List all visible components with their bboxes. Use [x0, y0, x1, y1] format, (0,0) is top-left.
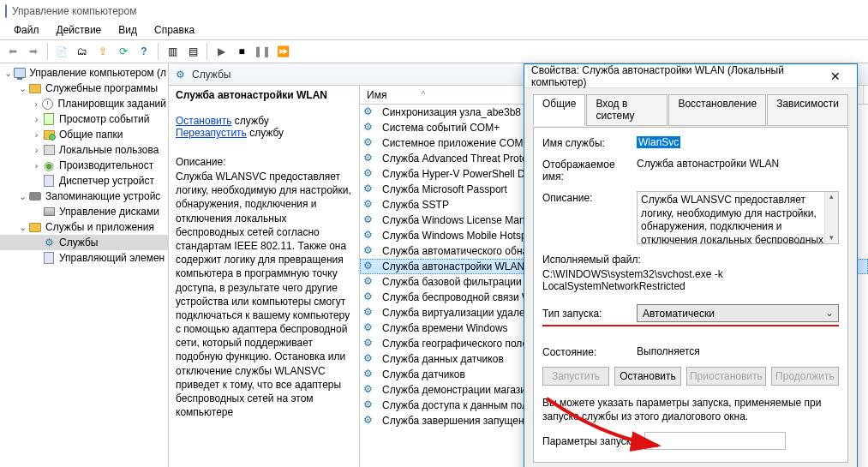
gear-icon: ⚙: [363, 352, 377, 366]
gear-icon: ⚙: [176, 69, 185, 81]
export-button[interactable]: ⇪: [93, 42, 112, 61]
gear-icon: ⚙: [363, 167, 377, 181]
pause-svc-button[interactable]: ❚❚: [253, 42, 272, 61]
up-button[interactable]: 📄: [52, 42, 71, 61]
gear-icon: ⚙: [363, 213, 377, 227]
tree-twisty[interactable]: ⌄: [17, 83, 28, 94]
stop-svc-button[interactable]: ■: [232, 42, 251, 61]
description-label: Описание:: [176, 156, 352, 168]
gear-icon: ⚙: [363, 383, 377, 397]
service-name: Служба Hyper-V PowerShell Dir: [382, 168, 530, 180]
menu-help[interactable]: Справка: [146, 22, 203, 39]
refresh-button[interactable]: ⟳: [114, 42, 133, 61]
restart-service-link[interactable]: Перезапустить: [176, 127, 247, 139]
stop-button[interactable]: Остановить: [614, 367, 681, 386]
menu-file[interactable]: Файл: [5, 22, 48, 39]
resume-button[interactable]: Продолжить: [771, 367, 839, 386]
tree-node-eventvwr[interactable]: ›Просмотр событий: [0, 111, 168, 127]
tree-twisty[interactable]: ⌄: [17, 222, 28, 233]
tab-logon[interactable]: Вход в систему: [586, 94, 667, 126]
gear-icon: ⚙: [363, 229, 377, 242]
tree-label: Общие папки: [59, 129, 123, 141]
window-title: Управление компьютером: [12, 5, 136, 17]
service-properties-dialog: Свойства: Служба автонастройки WLAN (Лок…: [524, 63, 858, 467]
tree-node-storage[interactable]: ⌄Запоминающие устройс: [0, 189, 168, 204]
storage-icon: [28, 189, 42, 203]
gear-icon: ⚙: [363, 105, 377, 119]
desc-value[interactable]: Служба WLANSVC предоставляет логику, нео…: [637, 191, 839, 244]
start-button[interactable]: Запустить: [542, 367, 609, 386]
view2-button[interactable]: ▤: [183, 42, 202, 61]
service-name: Служба беспроводной связи Wi: [382, 291, 534, 303]
tree-twisty[interactable]: ⌄: [17, 191, 28, 202]
startup-type-select[interactable]: Автоматически: [637, 304, 839, 322]
nav-tree[interactable]: ⌄Управление компьютером (л⌄Служебные про…: [0, 63, 169, 467]
close-button[interactable]: ✕: [821, 66, 850, 87]
tree-node-devmgr[interactable]: Диспетчер устройст: [0, 173, 168, 189]
stop-service-link[interactable]: Остановить: [176, 115, 232, 127]
tab-general[interactable]: Общие: [533, 94, 585, 126]
gear-icon: ⚙: [363, 260, 377, 273]
params-label: Параметры запуска:: [542, 435, 639, 447]
shared-icon: [42, 128, 56, 141]
tab-recovery[interactable]: Восстановление: [668, 94, 766, 126]
tree-twisty[interactable]: ›: [31, 99, 41, 109]
forward-button[interactable]: ➡: [24, 42, 43, 61]
service-name: Служба демонстрации магазин: [382, 384, 532, 396]
tree-node-tools[interactable]: ⌄Служебные программы: [0, 81, 168, 96]
tree-label: Просмотр событий: [59, 113, 149, 125]
menubar: Файл Действие Вид Справка: [0, 22, 868, 39]
tree-node-root[interactable]: ⌄Управление компьютером (л: [0, 65, 168, 81]
back-button[interactable]: ⬅: [3, 42, 22, 61]
params-input[interactable]: [644, 432, 786, 450]
pane-title: Службы: [192, 69, 230, 81]
tree-node-perf[interactable]: ›◉Производительност: [0, 158, 168, 173]
desc-label: Описание:: [542, 191, 637, 204]
tree-twisty[interactable]: ›: [31, 160, 42, 171]
exe-label: Исполняемый файл:: [542, 253, 641, 266]
tree-node-diskmgr[interactable]: Управление дисками: [0, 204, 168, 219]
service-name: Служба Windows Mobile Hotsp: [382, 230, 527, 242]
menu-view[interactable]: Вид: [110, 22, 146, 39]
menu-action[interactable]: Действие: [48, 22, 111, 39]
service-name: Служба Windows License Mana: [382, 214, 530, 226]
selected-service-name: Служба автонастройки WLAN: [176, 89, 352, 101]
desc-scrollbar[interactable]: ▴▾: [824, 192, 838, 243]
service-name: Служба времени Windows: [382, 322, 508, 334]
tree-twisty[interactable]: ›: [31, 145, 42, 155]
tree-node-wmi[interactable]: Управляющий элемен: [0, 250, 168, 266]
restart-svc-button[interactable]: ⏩: [273, 42, 292, 61]
tree-node-services[interactable]: ⚙Службы: [0, 235, 168, 250]
tree-node-scheduler[interactable]: ›Планировщик заданий: [0, 96, 168, 111]
tree-node-users[interactable]: ›Локальные пользова: [0, 142, 168, 158]
tree-label: Запоминающие устройс: [45, 190, 160, 202]
service-name: Служба автонастройки WLAN: [382, 260, 524, 272]
view1-button[interactable]: ▥: [163, 42, 182, 61]
gear-icon: ⚙: [363, 152, 377, 165]
tree-label: Диспетчер устройст: [59, 175, 154, 187]
tree-label: Планировщик заданий: [58, 98, 166, 110]
gear-icon: ⚙: [363, 368, 377, 381]
tree-node-shared[interactable]: ›Общие папки: [0, 127, 168, 142]
tree-label: Управляющий элемен: [59, 252, 165, 264]
display-name-value: Служба автонастройки WLAN: [637, 158, 839, 170]
pause-button[interactable]: Приостановить: [686, 367, 766, 386]
service-name: Служба SSTP: [382, 199, 449, 211]
tree-twisty[interactable]: ⌄: [3, 68, 14, 79]
dialog-titlebar[interactable]: Свойства: Служба автонастройки WLAN (Лок…: [524, 64, 857, 88]
tree-twisty[interactable]: ›: [31, 129, 42, 140]
help-button[interactable]: ?: [135, 42, 153, 61]
column-resize-grip[interactable]: [863, 86, 868, 104]
status-label: Состояние:: [542, 345, 637, 358]
gear-icon: ⚙: [363, 198, 377, 212]
tree-node-apps[interactable]: ⌄Службы и приложения: [0, 219, 168, 235]
tree-twisty[interactable]: ›: [31, 114, 42, 124]
status-value: Выполняется: [637, 345, 839, 357]
tab-pane-general: Имя службы: WlanSvc Отображаемое имя: Сл…: [533, 127, 848, 463]
start-svc-button[interactable]: ▶: [212, 42, 230, 61]
description-body: Служба WLANSVC предоставляет логику, нео…: [176, 170, 352, 419]
gear-icon: ⚙: [363, 183, 377, 196]
properties-button[interactable]: 🗂: [73, 42, 92, 61]
tab-dependencies[interactable]: Зависимости: [767, 94, 848, 126]
service-name: Служба завершения запущен: [382, 415, 524, 427]
